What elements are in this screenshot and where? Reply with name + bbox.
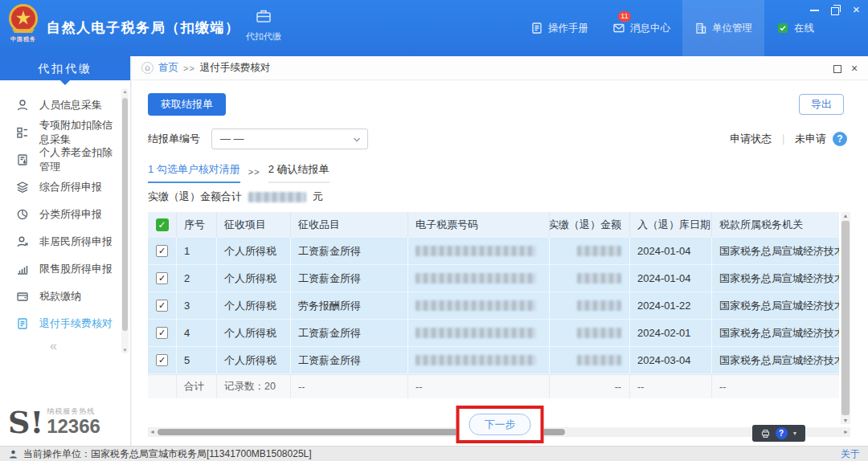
pane-restore-icon[interactable] [833,64,841,73]
row-checkbox[interactable]: ✓ [156,354,168,366]
sidebar-item-deductions[interactable]: 专项附加扣除信息采集 [0,119,120,146]
masked-amount [550,265,630,292]
step-1-label: 勾选单户核对清册 [157,163,240,175]
menu-item-manual[interactable]: 操作手册 [518,0,600,56]
application-status-line: 申请状态 ｜ 未申请 ? [730,132,847,146]
scroll-right-icon[interactable]: ► [843,427,849,437]
scroll-up-icon[interactable]: ▲ [121,89,129,94]
printer-icon[interactable] [760,428,771,439]
menu-item-org[interactable]: 单位管理 [682,0,764,56]
sidebar-title: 代扣代缴 [0,56,130,80]
user-icon [8,449,18,459]
column-header: 电子税票号码 [408,212,550,238]
cell-date: 2024-03-04 [630,347,712,373]
select-all-checkbox[interactable]: ✓ [156,218,169,231]
tab-withholding-label: 代扣代缴 [246,31,281,41]
sidebar-collapse-button[interactable]: « [50,339,57,353]
sidebar-item-payment[interactable]: 税款缴纳 [0,283,120,310]
menu-item-messages[interactable]: 11消息中心 [600,0,682,56]
minimize-icon[interactable] [809,5,820,15]
step-1-number: 1 [148,163,154,175]
amount-unit: 元 [313,190,323,204]
masked-amount [577,328,621,338]
masked-ticket-number [416,355,536,365]
scroll-left-icon[interactable]: ◄ [149,427,155,437]
wallet-icon [16,290,29,303]
row-checkbox[interactable]: ✓ [156,327,168,339]
chevron-down-icon [353,136,361,144]
help-icon[interactable]: ? [833,132,847,146]
doc-check-icon [16,317,29,330]
status-bar: 当前操作单位：国家税务总局宣城市税务局[11341700MB1508025L] … [0,446,868,461]
capture-toolbar[interactable]: ? ▼ [752,425,805,442]
sidebar-item-label: 退付手续费核对 [39,316,113,331]
org-icon [694,22,707,35]
masked-amount [550,347,630,373]
application-status-label: 申请状态 [730,132,772,146]
masked-amount [577,246,621,256]
menu-item-label: 消息中心 [630,22,670,35]
cell-category: 工资薪金所得 [291,320,408,346]
scrollbar-thumb[interactable] [841,221,850,415]
sidebar-item-nonresident[interactable]: 非居民所得申报 [0,228,120,255]
scrollbar-thumb[interactable] [122,98,128,331]
sidebar-item-label: 综合所得申报 [39,180,102,194]
sidebar-item-label: 专项附加扣除信息采集 [39,118,120,147]
scroll-up-icon[interactable]: ▲ [841,213,850,218]
sidebar-item-classified[interactable]: 分类所得申报 [0,201,120,228]
cell-item: 个人所得税 [217,292,291,319]
main-area: 首页 >> 退付手续费核对 × 获取结报单 导出 结报单编号 — — 申请状态 … [132,56,868,446]
window-controls: × [809,5,862,15]
breadcrumb-home[interactable]: 首页 [158,61,178,75]
row-checkbox[interactable]: ✓ [156,245,168,257]
sidebar-scrollbar[interactable]: ▲ ▼ [121,88,129,353]
column-header: 实缴（退）金额 [550,212,630,238]
masked-ticket-number [416,300,536,311]
sidebar: 代扣代缴 人员信息采集专项附加扣除信息采集个人养老金扣除管理综合所得申报分类所得… [0,56,131,446]
masked-ticket-number [408,320,550,346]
pane-close-icon[interactable]: × [851,64,860,73]
sidebar-item-label: 分类所得申报 [39,207,102,222]
pane-controls: × [833,56,860,80]
sidebar-item-refund[interactable]: 退付手续费核对 [0,310,120,337]
sidebar-item-personnel[interactable]: 人员信息采集 [0,92,120,119]
sidebar-item-combined[interactable]: 综合所得申报 [0,173,120,201]
pie-icon [16,208,29,221]
column-header: 入（退）库日期 [630,212,712,238]
row-select-cell: ✓ [148,265,177,292]
table-vertical-scrollbar[interactable]: ▲ ▼ [841,212,850,424]
column-header: 税款所属税务机关 [712,212,839,238]
statement-number-select[interactable]: — — [211,129,368,149]
scroll-down-icon[interactable]: ▼ [841,418,850,423]
masked-amount [577,300,621,311]
footer-cell: -- [630,375,712,398]
table-row: ✓3个人所得税劳务报酬所得2024-01-22国家税务总局宣城经济技术...国家 [148,292,839,320]
table-body: ✓1个人所得税工资薪金所得2024-01-04国家税务总局宣城经济技术...国家… [148,238,850,374]
cell-item: 个人所得税 [217,347,291,373]
next-step-button[interactable]: 下一步 [469,414,531,435]
sidebar-item-shares[interactable]: 限售股所得申报 [0,255,120,283]
row-select-cell: ✓ [148,347,177,373]
cell-seq: 2 [177,265,217,292]
fetch-statement-button[interactable]: 获取结报单 [148,93,226,116]
row-checkbox[interactable]: ✓ [156,272,168,284]
sidebar-item-label: 非居民所得申报 [39,235,113,249]
cell-category: 工资薪金所得 [291,265,408,292]
sidebar-item-pension[interactable]: 个人养老金扣除管理 [0,146,120,173]
sidebar-item-label: 限售股所得申报 [39,262,113,276]
close-icon[interactable]: × [851,5,862,15]
about-link[interactable]: 关于 [841,447,860,461]
table-header-row: ✓序号征收项目征收品目电子税票号码实缴（退）金额入（退）库日期税款所属税务机关主… [148,212,839,238]
footer-cell [148,375,177,398]
export-button[interactable]: 导出 [799,94,844,115]
step-1-tab[interactable]: 1 勾选单户核对清册 [148,162,240,183]
row-checkbox[interactable]: ✓ [156,300,168,312]
restore-icon[interactable] [830,5,841,15]
masked-total-amount [248,192,306,202]
help-icon[interactable]: ? [776,427,788,439]
tab-withholding[interactable]: 代扣代缴 [238,7,289,43]
footer-cell: -- [291,375,408,398]
step-2-tab[interactable]: 2 确认结报单 [268,162,330,183]
cell-seq: 3 [177,292,217,319]
scroll-down-icon[interactable]: ▼ [121,348,129,353]
